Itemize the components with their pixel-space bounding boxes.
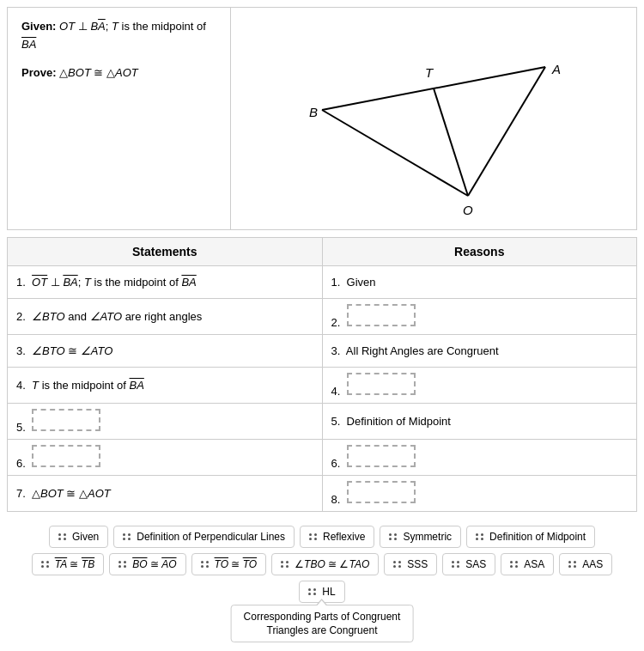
dot-grid-icon bbox=[41, 561, 50, 568]
dot-grid-icon bbox=[389, 533, 398, 540]
chip-symmetric[interactable]: Symmetric bbox=[380, 526, 461, 548]
chip-bo-ao-label: BO ≅ AO bbox=[132, 558, 176, 570]
reason-8: 8. bbox=[322, 476, 637, 512]
chip-midpoint[interactable]: Definition of Midpoint bbox=[466, 526, 595, 548]
reason-6: 6. bbox=[322, 440, 637, 476]
dot-grid-icon bbox=[201, 561, 210, 568]
dot-grid-icon bbox=[393, 561, 402, 568]
table-row: 7. △BOT ≅ △AOT 8. bbox=[8, 476, 637, 512]
chip-sss-label: SSS bbox=[407, 558, 428, 570]
prove-statement: Prove: △BOT ≅ △AOT bbox=[21, 64, 216, 82]
chip-perp-lines[interactable]: Definition of Perpendicular Lines bbox=[113, 526, 295, 548]
chip-tbo-tao[interactable]: ∠TBO ≅ ∠TAO bbox=[271, 553, 379, 575]
diagram-area: B A T O bbox=[231, 8, 636, 229]
chip-asa-label: ASA bbox=[524, 558, 544, 570]
stmt-4: 4. T is the midpoint of BA bbox=[8, 368, 323, 404]
dashed-box-r8[interactable] bbox=[347, 481, 416, 503]
svg-text:O: O bbox=[463, 203, 473, 217]
chip-hl-label: HL bbox=[322, 586, 335, 598]
given-prove-panel: Given: OT ⊥ BA; T is the midpoint of BA … bbox=[8, 8, 231, 229]
chip-reflexive[interactable]: Reflexive bbox=[300, 526, 374, 548]
table-row: 5. 5. Definition of Midpoint bbox=[8, 404, 637, 440]
chip-toolbar: Given Definition of Perpendicular Lines … bbox=[7, 519, 637, 618]
stmt-7: 7. △BOT ≅ △AOT bbox=[8, 476, 323, 512]
dot-grid-icon bbox=[281, 561, 289, 568]
tooltip-arrow-inner bbox=[317, 600, 327, 606]
svg-text:T: T bbox=[425, 65, 434, 80]
chip-perp-lines-label: Definition of Perpendicular Lines bbox=[137, 531, 285, 543]
table-row: 4. T is the midpoint of BA 4. bbox=[8, 368, 637, 404]
reason-3: 3. All Right Angles are Congruent bbox=[322, 335, 637, 368]
chip-sas[interactable]: SAS bbox=[442, 553, 495, 575]
chip-reflexive-label: Reflexive bbox=[323, 531, 365, 543]
table-row: 3. ∠BTO ≅ ∠ATO 3. All Right Angles are C… bbox=[8, 335, 637, 368]
chip-ta-tb[interactable]: TA ≅ TB bbox=[32, 553, 104, 575]
chip-to-to-label: TO ≅ TO bbox=[215, 558, 258, 570]
dashed-box-r4[interactable] bbox=[347, 373, 416, 395]
svg-line-3 bbox=[434, 88, 468, 196]
chip-asa[interactable]: ASA bbox=[501, 553, 554, 575]
chip-to-to[interactable]: TO ≅ TO bbox=[191, 553, 267, 575]
reason-4: 4. bbox=[322, 368, 637, 404]
chip-midpoint-label: Definition of Midpoint bbox=[489, 531, 586, 543]
proof-table: Statements Reasons 1. OT ⊥ BA; T is the … bbox=[7, 237, 637, 512]
chip-aas[interactable]: AAS bbox=[559, 553, 612, 575]
given-statement: Given: OT ⊥ BA; T is the midpoint of BA bbox=[21, 18, 216, 54]
chip-given[interactable]: Given bbox=[49, 526, 108, 548]
dot-grid-icon bbox=[309, 533, 318, 540]
stmt-1: 1. OT ⊥ BA; T is the midpoint of BA bbox=[8, 266, 323, 299]
stmt-2: 2. ∠BTO and ∠ATO are right angles bbox=[8, 299, 323, 335]
stmt-6: 6. bbox=[8, 440, 323, 476]
col-statements: Statements bbox=[8, 238, 323, 266]
dot-grid-icon bbox=[568, 561, 577, 568]
dot-grid-icon bbox=[123, 533, 131, 540]
dashed-box-r2[interactable] bbox=[347, 304, 416, 326]
top-section: Given: OT ⊥ BA; T is the midpoint of BA … bbox=[7, 7, 637, 230]
reason-2: 2. bbox=[322, 299, 637, 335]
svg-text:B: B bbox=[309, 105, 318, 119]
table-row: 6. 6. bbox=[8, 440, 637, 476]
dot-grid-icon bbox=[510, 561, 519, 568]
dot-grid-icon bbox=[476, 533, 484, 540]
diagram-svg: B A T O bbox=[279, 15, 588, 222]
tooltip-popup: Corresponding Parts of Congruent Triangl… bbox=[231, 605, 414, 642]
svg-line-2 bbox=[468, 67, 545, 196]
chip-bo-ao[interactable]: BO ≅ AO bbox=[109, 553, 185, 575]
dashed-box-s5[interactable] bbox=[32, 409, 100, 431]
table-row: 2. ∠BTO and ∠ATO are right angles 2. bbox=[8, 299, 637, 335]
svg-line-1 bbox=[322, 110, 468, 196]
chip-tbo-tao-label: ∠TBO ≅ ∠TAO bbox=[295, 558, 369, 570]
col-reasons: Reasons bbox=[322, 238, 637, 266]
tooltip-line2: Triangles are Congruent bbox=[267, 624, 378, 636]
dashed-box-s6[interactable] bbox=[32, 445, 100, 467]
svg-text:A: A bbox=[551, 62, 561, 76]
stmt-3: 3. ∠BTO ≅ ∠ATO bbox=[8, 335, 323, 368]
tooltip-line1: Corresponding Parts of Congruent bbox=[244, 611, 401, 623]
chip-ta-tb-label: TA ≅ TB bbox=[55, 558, 94, 570]
chip-sss[interactable]: SSS bbox=[384, 553, 437, 575]
dot-grid-icon bbox=[58, 533, 67, 540]
dot-grid-icon bbox=[452, 561, 460, 568]
dot-grid-icon bbox=[308, 588, 317, 595]
chip-symmetric-label: Symmetric bbox=[403, 531, 452, 543]
dot-grid-icon bbox=[118, 561, 127, 568]
table-row: 1. OT ⊥ BA; T is the midpoint of BA 1. G… bbox=[8, 266, 637, 299]
stmt-5: 5. bbox=[8, 404, 323, 440]
chip-sas-label: SAS bbox=[465, 558, 486, 570]
dashed-box-r6[interactable] bbox=[347, 445, 416, 467]
chip-given-label: Given bbox=[72, 531, 99, 543]
chip-aas-label: AAS bbox=[582, 558, 603, 570]
reason-5: 5. Definition of Midpoint bbox=[322, 404, 637, 440]
reason-1: 1. Given bbox=[322, 266, 637, 299]
